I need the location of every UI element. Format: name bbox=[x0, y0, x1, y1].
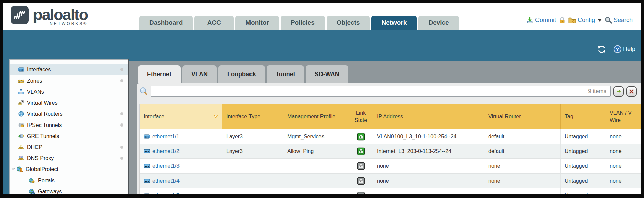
item-dot bbox=[120, 79, 123, 82]
interface-icon bbox=[144, 193, 150, 194]
lock-icon[interactable] bbox=[559, 17, 565, 24]
sidebar-item-virtual-routers[interactable]: Virtual Routers bbox=[10, 109, 128, 119]
sidebar-item-ipsec-tunnels[interactable]: IPSec Tunnels bbox=[10, 120, 128, 130]
sidebar-splitter[interactable] bbox=[128, 59, 129, 194]
tab-vlan[interactable]: VLAN bbox=[182, 65, 217, 83]
tab-ethernet[interactable]: Ethernet bbox=[138, 65, 181, 83]
link-down-icon bbox=[357, 177, 365, 185]
tab-device[interactable]: Device bbox=[418, 16, 459, 30]
cell-management-profile: Mgmt_Services bbox=[283, 129, 349, 144]
virtual-routers-icon bbox=[18, 111, 24, 117]
filter-input[interactable] bbox=[151, 86, 611, 97]
top-header: paloalto NETWORKS® Dashboard ACC Monitor… bbox=[3, 3, 641, 30]
apply-filter-button[interactable] bbox=[613, 86, 624, 97]
globalprotect-icon bbox=[16, 166, 23, 172]
sidebar-item-gre-tunnels[interactable]: GRE Tunnels bbox=[10, 131, 128, 141]
tab-network[interactable]: Network bbox=[371, 16, 417, 30]
sidebar-item-dhcp[interactable]: IP DHCP bbox=[10, 142, 128, 152]
interface-link[interactable]: ethernet1/2 bbox=[152, 148, 180, 154]
commit-icon bbox=[526, 17, 533, 24]
sidebar-item-globalprotect[interactable]: GlobalProtect bbox=[10, 164, 128, 175]
search-button[interactable]: Search bbox=[605, 17, 633, 24]
sidebar-item-label: GlobalProtect bbox=[26, 166, 58, 172]
sidebar-item-label: DHCP bbox=[27, 144, 42, 150]
tab-dashboard[interactable]: Dashboard bbox=[139, 16, 193, 30]
table-row: ethernet1/2 Layer3 Allow_Ping Internet_L… bbox=[140, 144, 641, 159]
interface-link[interactable]: ethernet1/4 bbox=[152, 178, 180, 184]
column-header-interface[interactable]: Interface bbox=[140, 104, 222, 129]
item-dot bbox=[120, 157, 123, 160]
dhcp-icon: IP bbox=[18, 144, 24, 150]
sidebar-item-zones[interactable]: Zones bbox=[10, 76, 128, 86]
column-header-management-profile[interactable]: Management Profile bbox=[283, 104, 349, 129]
cell-interface-type: Layer3 bbox=[222, 144, 283, 158]
sidebar-item-label: Virtual Routers bbox=[27, 111, 63, 117]
paloalto-logo-icon bbox=[11, 6, 29, 24]
sidebar-item-dns-proxy[interactable]: DNS DNS Proxy bbox=[10, 153, 128, 163]
cell-vlan-wire: none bbox=[605, 174, 641, 188]
config-menu-button[interactable]: Config bbox=[568, 17, 602, 24]
tab-monitor[interactable]: Monitor bbox=[235, 16, 279, 30]
column-header-link-state[interactable]: Link State bbox=[349, 104, 373, 129]
cell-virtual-router: none bbox=[484, 188, 561, 194]
vlans-icon bbox=[18, 89, 24, 94]
interface-link[interactable]: ethernet1/3 bbox=[152, 163, 180, 169]
gateways-icon bbox=[28, 189, 35, 194]
commit-button[interactable]: Commit bbox=[526, 17, 556, 24]
sidebar-item-label: GRE Tunnels bbox=[27, 133, 59, 139]
sidebar-item-virtual-wires[interactable]: Virtual Wires bbox=[10, 98, 128, 108]
tab-acc[interactable]: ACC bbox=[194, 16, 234, 30]
main-content: Ethernet VLAN Loopback Tunnel SD-WAN 9 i… bbox=[134, 61, 641, 194]
sidebar-item-vlans[interactable]: VLANs bbox=[10, 87, 128, 97]
column-header-ip-address[interactable]: IP Address bbox=[373, 104, 484, 129]
help-icon: ? bbox=[613, 45, 622, 53]
refresh-icon[interactable] bbox=[597, 45, 606, 53]
sidebar-item-portals[interactable]: Portals bbox=[10, 175, 128, 186]
sidebar-item-label: IPSec Tunnels bbox=[27, 122, 62, 128]
tab-objects[interactable]: Objects bbox=[327, 16, 370, 30]
column-header-vlan-wire[interactable]: VLAN / V Wire bbox=[605, 104, 641, 129]
secondary-bar: ? Help bbox=[3, 30, 641, 61]
interfaces-icon bbox=[18, 67, 24, 72]
tab-sdwan[interactable]: SD-WAN bbox=[306, 65, 348, 83]
sort-dropdown-icon[interactable] bbox=[214, 115, 218, 118]
sidebar-item-label: Gateways bbox=[38, 189, 62, 194]
table-header: Interface Interface Type Management Prof… bbox=[140, 104, 641, 129]
link-down-icon bbox=[357, 192, 365, 194]
clear-filter-button[interactable] bbox=[626, 86, 637, 97]
table-row: ethernet1/4 none none Untagged none bbox=[140, 174, 641, 188]
sidebar-item-label: Zones bbox=[27, 78, 42, 84]
cell-tag: Untagged bbox=[561, 174, 605, 188]
column-header-virtual-router[interactable]: Virtual Router bbox=[484, 104, 561, 129]
link-down-icon bbox=[357, 162, 365, 170]
cell-vlan-wire: none bbox=[605, 129, 641, 144]
cell-virtual-router: default bbox=[484, 144, 561, 158]
dns-proxy-icon: DNS bbox=[18, 155, 24, 161]
svg-text:DNS: DNS bbox=[19, 156, 23, 158]
column-header-interface-type[interactable]: Interface Type bbox=[222, 104, 283, 129]
sidebar-item-gateways[interactable]: Gateways bbox=[10, 186, 128, 194]
cell-management-profile bbox=[283, 174, 349, 188]
sidebar-item-interfaces[interactable]: Interfaces bbox=[10, 64, 128, 75]
cell-tag: Untagged bbox=[561, 129, 605, 144]
tab-policies[interactable]: Policies bbox=[281, 16, 325, 30]
close-icon bbox=[629, 89, 634, 94]
column-header-tag[interactable]: Tag bbox=[561, 104, 605, 129]
search-icon bbox=[605, 17, 612, 24]
cell-virtual-router: none bbox=[484, 174, 561, 188]
cell-vlan-wire: none bbox=[605, 144, 641, 158]
interface-link[interactable]: ethernet1/1 bbox=[152, 134, 180, 140]
table-row: ethernet1/1 Layer3 Mgmt_Services VLAN010… bbox=[140, 129, 641, 144]
left-accent-strip bbox=[3, 61, 9, 194]
tab-loopback[interactable]: Loopback bbox=[218, 65, 265, 83]
interface-link[interactable]: ethernet1/5 bbox=[152, 193, 180, 194]
cell-interface-type bbox=[222, 188, 283, 194]
tab-tunnel[interactable]: Tunnel bbox=[267, 65, 304, 83]
cell-interface-type bbox=[222, 174, 283, 188]
network-sidebar: Interfaces Zones VLANs Virtual Wires bbox=[9, 59, 128, 194]
interface-icon bbox=[144, 164, 150, 168]
table-row: ethernet1/3 none none Untagged none bbox=[140, 159, 641, 174]
cell-tag: Untagged bbox=[561, 188, 605, 194]
help-button[interactable]: ? Help bbox=[613, 45, 635, 53]
expander-down-icon[interactable] bbox=[11, 166, 16, 172]
